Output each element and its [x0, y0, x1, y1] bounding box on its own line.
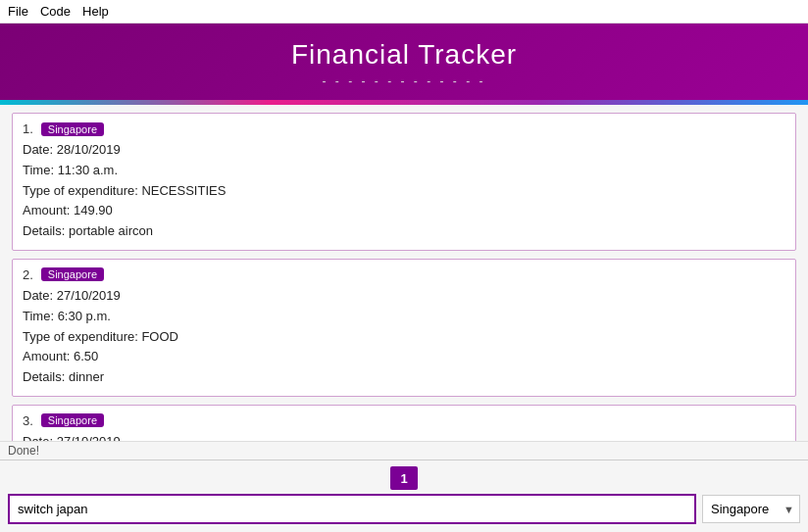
status-message: Done!: [8, 444, 39, 458]
entry-header-2: 2. Singapore: [23, 267, 785, 282]
menu-help[interactable]: Help: [82, 4, 109, 19]
location-dropdown[interactable]: SingaporeJapanUSAUK: [702, 495, 800, 523]
app-title: Financial Tracker: [0, 39, 808, 71]
entry-details-1: Details: portable aircon: [23, 221, 785, 242]
entry-time-2: Time: 6:30 p.m.: [23, 307, 785, 327]
command-input[interactable]: [8, 494, 696, 524]
entry-header-1: 1. Singapore: [23, 121, 785, 136]
entry-date-1: Date: 28/10/2019: [23, 140, 785, 161]
main-content: 1. Singapore Date: 28/10/2019 Time: 11:3…: [0, 105, 808, 441]
entry-card-2: 2. Singapore Date: 27/10/2019 Time: 6:30…: [12, 259, 796, 397]
header-dashes: - - - - - - - - - - - - -: [0, 74, 808, 88]
location-badge-3: Singapore: [41, 413, 104, 427]
location-badge-2: Singapore: [41, 267, 104, 281]
location-badge-1: Singapore: [41, 122, 104, 136]
entry-type-2: Type of expenditure: FOOD: [23, 327, 785, 348]
menu-file[interactable]: File: [8, 4, 28, 19]
entry-number-1: 1.: [23, 121, 33, 136]
page-indicator-row: 1: [8, 466, 800, 490]
entry-header-3: 3. Singapore: [23, 413, 785, 428]
page-indicator: 1: [390, 466, 418, 490]
app-header: Financial Tracker - - - - - - - - - - - …: [0, 24, 808, 100]
status-bar: Done!: [0, 441, 808, 459]
entry-date-2: Date: 27/10/2019: [23, 286, 785, 307]
entry-date-3: Date: 27/10/2019: [23, 432, 785, 441]
entry-card-1: 1. Singapore Date: 28/10/2019 Time: 11:3…: [12, 113, 796, 251]
entry-number-2: 2.: [23, 267, 33, 282]
entry-time-1: Time: 11:30 a.m.: [23, 161, 785, 181]
entry-number-3: 3.: [23, 413, 33, 428]
entry-amount-2: Amount: 6.50: [23, 347, 785, 367]
location-dropdown-wrapper: SingaporeJapanUSAUK ▼: [702, 495, 800, 523]
entry-type-1: Type of expenditure: NECESSITIES: [23, 181, 785, 202]
entry-details-2: Details: dinner: [23, 367, 785, 388]
menubar: File Code Help: [0, 0, 808, 24]
menu-code[interactable]: Code: [40, 4, 71, 19]
entry-amount-1: Amount: 149.90: [23, 201, 785, 221]
bottom-area: 1 SingaporeJapanUSAUK ▼: [0, 459, 808, 532]
entry-card-3: 3. Singapore Date: 27/10/2019 Time: 4:00…: [12, 405, 796, 441]
input-row: SingaporeJapanUSAUK ▼: [8, 494, 800, 524]
entries-list[interactable]: 1. Singapore Date: 28/10/2019 Time: 11:3…: [0, 105, 808, 441]
